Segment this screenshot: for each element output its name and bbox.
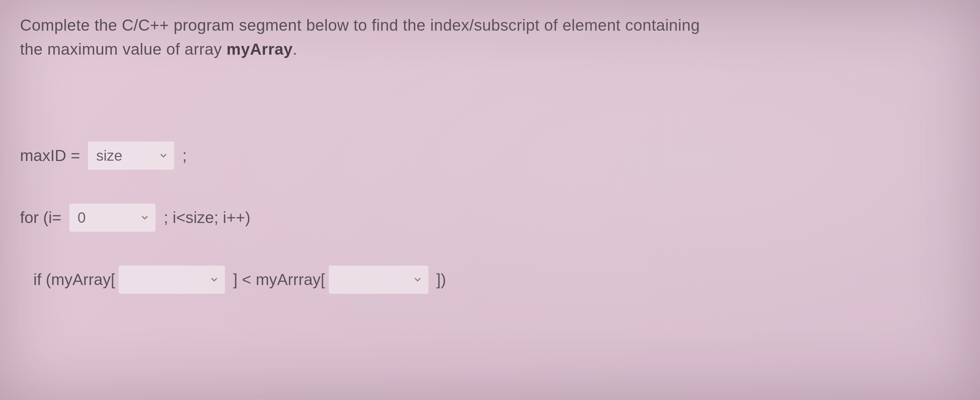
code-text-semicolon: ; (178, 144, 187, 168)
question-content: Complete the C/C++ program segment below… (0, 0, 980, 294)
code-text-if-end: ]) (432, 268, 446, 292)
code-line-1: maxID = size ; (20, 141, 960, 170)
dropdown-value: 0 (77, 207, 134, 229)
code-text-maxid: maxID = (20, 144, 84, 168)
code-text-if-mid: ] < myArrray[ (229, 268, 325, 292)
prompt-text-2: the maximum value of array (20, 40, 226, 58)
dropdown-value: size (96, 144, 152, 167)
code-text-for: for (i= (20, 206, 66, 230)
code-text-for-rest: ; i<size; i++) (159, 206, 250, 230)
code-line-2: for (i= 0 ; i<size; i++) (20, 203, 960, 232)
chevron-down-icon (210, 275, 219, 284)
dropdown-for-init[interactable]: 0 (69, 203, 156, 232)
prompt-text-1: Complete the C/C++ program segment below… (20, 16, 700, 34)
dropdown-if-index2[interactable] (329, 265, 429, 294)
chevron-down-icon (159, 151, 168, 160)
dropdown-maxid-value[interactable]: size (88, 141, 175, 170)
chevron-down-icon (140, 213, 150, 222)
prompt-array-name: myArray (226, 40, 293, 58)
question-prompt: Complete the C/C++ program segment below… (20, 13, 960, 61)
chevron-down-icon (413, 275, 422, 284)
dropdown-if-index1[interactable] (118, 265, 225, 294)
code-line-3: if (myArray[ ] < myArrray[ ]) (20, 265, 960, 294)
prompt-period: . (293, 40, 297, 58)
code-text-if: if (myArray[ (33, 268, 115, 292)
